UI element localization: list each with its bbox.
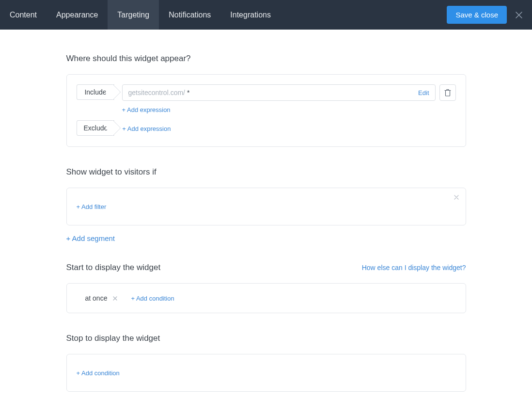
section-title-visitors: Show widget to visitors if	[66, 167, 466, 177]
section-title-start: Start to display the widget	[66, 263, 161, 272]
delete-url-button[interactable]	[439, 84, 456, 101]
header-bar: Content Appearance Targeting Notificatio…	[0, 0, 532, 30]
include-body: getsitecontrol.com/ * Edit + Add ex	[122, 84, 456, 113]
start-add-condition-button[interactable]: + Add condition	[131, 295, 174, 302]
section-stop: Stop to display the widget + Add conditi…	[66, 334, 466, 392]
section-where: Where should this widget appear? Include…	[66, 54, 466, 147]
where-panel: Include getsitecontrol.com/ * Edit	[66, 74, 466, 147]
display-help-link[interactable]: How else can I display the widget?	[362, 264, 466, 271]
section-title-stop: Stop to display the widget	[66, 334, 466, 343]
start-section-head: Start to display the widget How else can…	[66, 263, 466, 272]
url-row: getsitecontrol.com/ * Edit	[122, 84, 456, 101]
tab-content[interactable]: Content	[0, 0, 47, 30]
exclude-tag: Exclude	[77, 120, 115, 136]
section-title-where: Where should this widget appear?	[66, 54, 466, 64]
header-actions: Save & close	[447, 6, 532, 24]
remove-condition-icon[interactable]	[113, 296, 117, 301]
exclude-add-expression-button[interactable]: + Add expression	[122, 125, 171, 132]
exclude-rule-row: Exclude + Add expression	[77, 120, 456, 137]
url-input[interactable]: getsitecontrol.com/ * Edit	[122, 84, 436, 101]
include-rule-row: Include getsitecontrol.com/ * Edit	[77, 84, 456, 113]
add-filter-button[interactable]: + Add filter	[77, 203, 107, 210]
tab-notifications[interactable]: Notifications	[159, 0, 220, 30]
start-panel: at once + Add condition	[66, 283, 466, 313]
exclude-body: + Add expression	[122, 120, 455, 137]
tab-targeting[interactable]: Targeting	[108, 0, 159, 30]
trash-icon	[444, 89, 451, 96]
at-once-condition-chip[interactable]: at once	[85, 294, 118, 302]
close-icon[interactable]	[454, 195, 459, 200]
stop-add-condition-button[interactable]: + Add condition	[77, 369, 120, 377]
tab-integrations[interactable]: Integrations	[220, 0, 281, 30]
section-start: Start to display the widget How else can…	[66, 263, 466, 313]
url-pattern: *	[187, 89, 189, 96]
include-add-expression-button[interactable]: + Add expression	[122, 106, 171, 113]
add-segment-button[interactable]: + Add segment	[66, 234, 115, 242]
url-text: getsitecontrol.com/ *	[128, 89, 190, 96]
start-chip-row: at once + Add condition	[77, 293, 456, 303]
visitors-panel: + Add filter	[66, 188, 466, 225]
stop-panel: + Add condition	[66, 354, 466, 392]
main-content: Where should this widget appear? Include…	[66, 30, 466, 399]
edit-url-button[interactable]: Edit	[418, 89, 429, 96]
tab-list: Content Appearance Targeting Notificatio…	[0, 0, 281, 30]
close-icon[interactable]	[516, 12, 522, 18]
include-tag: Include	[77, 84, 114, 100]
section-visitors: Show widget to visitors if + Add filter …	[66, 167, 466, 242]
url-domain-prefix: getsitecontrol.com/	[128, 89, 186, 96]
tab-appearance[interactable]: Appearance	[47, 0, 108, 30]
condition-label: at once	[85, 294, 108, 302]
save-close-button[interactable]: Save & close	[447, 6, 507, 24]
